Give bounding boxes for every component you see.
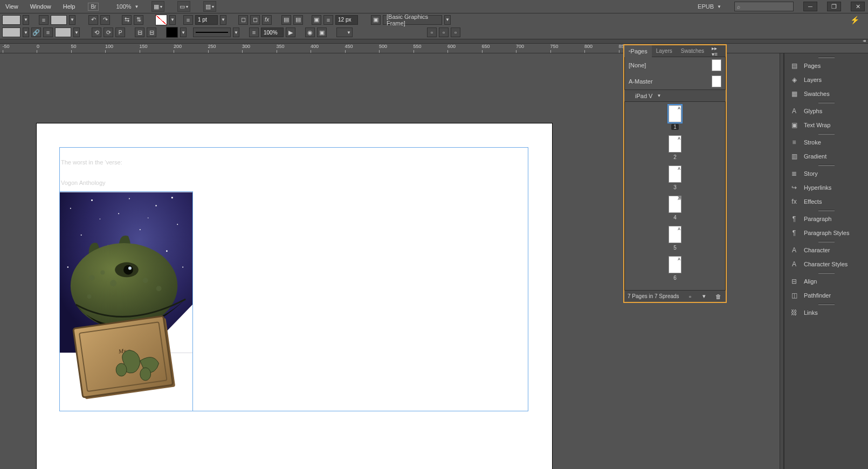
dropdown-icon[interactable]: ▼ xyxy=(69,15,75,25)
panel-strip[interactable] xyxy=(780,53,784,469)
bridge-button[interactable]: Br xyxy=(88,3,99,11)
placed-image-frame[interactable]: My Poetry xyxy=(59,191,193,411)
rotate-cw-icon[interactable]: ↷ xyxy=(100,15,110,25)
panel-button-paragraph[interactable]: ¶Paragraph xyxy=(784,212,868,226)
rotate-ccw-icon[interactable]: ↶ xyxy=(88,15,98,25)
tab-pages[interactable]: ◦ Pages xyxy=(624,45,652,57)
panel-button-character[interactable]: ACharacter xyxy=(784,243,868,257)
screen-mode-button[interactable]: ▭▼ xyxy=(177,1,190,12)
panel-button-hyperlinks[interactable]: ↪Hyperlinks xyxy=(784,181,868,195)
help-search[interactable]: ⌕ xyxy=(734,2,794,11)
field[interactable] xyxy=(51,15,67,25)
menu-view[interactable]: View xyxy=(3,2,20,11)
panel-button-glyphs[interactable]: AGlyphs xyxy=(784,104,868,118)
tab-swatches[interactable]: Swatches xyxy=(677,45,708,57)
select[interactable]: ▼ xyxy=(336,27,353,37)
ref-point-swatch[interactable] xyxy=(2,15,20,25)
dropdown-icon[interactable]: ▼ xyxy=(220,15,226,25)
menu-help[interactable]: Help xyxy=(61,2,78,11)
scale-input[interactable]: 100% xyxy=(261,27,284,37)
text-align-top-icon[interactable]: ▤ xyxy=(281,15,291,25)
panel-button-align[interactable]: ⊟Align xyxy=(784,274,868,288)
panel-button-stroke[interactable]: ≡Stroke xyxy=(784,135,868,149)
dropdown-icon[interactable]: ▼ xyxy=(169,15,176,25)
small-icon[interactable]: ▫ xyxy=(439,27,449,37)
dropdown-icon[interactable]: ▼ xyxy=(73,27,80,37)
panel-button-links[interactable]: ⛓Links xyxy=(784,306,868,320)
corner-icon[interactable]: ◻ xyxy=(238,15,248,25)
stroke-style-select[interactable] xyxy=(193,27,231,37)
flip-h-icon[interactable]: ⇆ xyxy=(122,15,132,25)
dropdown-icon[interactable]: ▼ xyxy=(444,15,451,25)
align-icon[interactable]: ≡ xyxy=(43,27,53,37)
page-thumbnail[interactable]: A1 xyxy=(624,105,726,130)
stroke-weight-stepper[interactable]: ≡ xyxy=(183,15,193,25)
panel-button-swatches[interactable]: ▦Swatches xyxy=(784,87,868,101)
minimize-button[interactable]: ─ xyxy=(803,2,817,11)
tab-layers[interactable]: Layers xyxy=(652,45,677,57)
close-button[interactable]: ✕ xyxy=(851,2,865,11)
page-thumbnail[interactable]: A2 xyxy=(624,135,726,160)
object-style-select[interactable]: [Basic Graphics Frame] xyxy=(383,15,442,25)
document-page[interactable]: The worst in the ‘verse: Vogon Anthology xyxy=(37,123,552,469)
dropdown-icon[interactable]: ▼ xyxy=(23,27,29,37)
distribute-icon[interactable]: ⊟ xyxy=(135,27,144,37)
panel-collapse-strip[interactable] xyxy=(0,39,868,44)
link-icon[interactable]: 🔗 xyxy=(31,27,41,37)
small-icon[interactable]: ▫ xyxy=(427,27,437,37)
page-thumbnail[interactable]: A4 xyxy=(624,196,726,220)
page-thumbnail[interactable]: A6 xyxy=(624,256,726,281)
p-icon[interactable]: P xyxy=(115,27,125,37)
rotate-90-ccw-icon[interactable]: ⟲ xyxy=(92,27,101,37)
field[interactable] xyxy=(55,27,71,37)
gap-stepper[interactable]: ≡ xyxy=(323,15,333,25)
master-none-row[interactable]: [None] xyxy=(624,57,726,73)
master-a-row[interactable]: A-Master xyxy=(624,73,726,89)
panel-button-layers[interactable]: ◈Layers xyxy=(784,73,868,87)
panel-button-text-wrap[interactable]: ▣Text Wrap xyxy=(784,118,868,132)
dropdown-icon[interactable]: ▼ xyxy=(180,27,187,37)
view-options-button[interactable]: ▦▼ xyxy=(151,1,164,12)
small-icon[interactable]: ▫ xyxy=(451,27,460,37)
workspace-switcher[interactable]: EPUB ▼ xyxy=(698,3,721,10)
frame-icon[interactable]: ▣ xyxy=(371,15,381,25)
scale-stepper[interactable]: ≡ xyxy=(249,27,259,37)
panel-button-character-styles[interactable]: ACharacter Styles xyxy=(784,257,868,271)
text-align-center-icon[interactable]: ▤ xyxy=(293,15,303,25)
delete-page-button[interactable]: 🗑 xyxy=(714,292,722,301)
panel-button-pathfinder[interactable]: ◫Pathfinder xyxy=(784,288,868,302)
page-thumbnail[interactable]: A3 xyxy=(624,165,726,190)
new-page-button[interactable]: ▾ xyxy=(700,292,708,301)
crop-icon[interactable]: ▣ xyxy=(312,15,321,25)
play-icon[interactable]: ▶ xyxy=(286,27,295,37)
zoom-level[interactable]: 100% ▼ xyxy=(116,3,139,10)
collapse-panel-icon[interactable]: ▸▸ ▾≡ xyxy=(708,45,726,57)
panel-button-gradient[interactable]: ▥Gradient xyxy=(784,149,868,163)
gap-input[interactable]: 12 px xyxy=(335,15,358,25)
restore-button[interactable]: ❐ xyxy=(827,2,841,11)
panel-button-paragraph-styles[interactable]: ¶Paragraph Styles xyxy=(784,226,868,240)
fx-icon[interactable]: fx xyxy=(262,15,272,25)
distribute-icon[interactable]: ⊟ xyxy=(147,27,156,37)
panel-button-story[interactable]: ≣Story xyxy=(784,167,868,181)
fill-none-icon[interactable] xyxy=(155,15,167,25)
corner-icon[interactable]: ◻ xyxy=(250,15,260,25)
panel-button-effects[interactable]: fxEffects xyxy=(784,195,868,209)
alternate-layout-select[interactable]: iPad V ▼ xyxy=(624,90,726,102)
arrange-button[interactable]: ▥▼ xyxy=(203,1,216,12)
field[interactable] xyxy=(2,27,20,37)
dropdown-icon[interactable]: ▼ xyxy=(233,27,239,37)
fit-content-icon[interactable]: ◉ xyxy=(305,27,315,37)
edit-page-size-button[interactable]: ▫ xyxy=(686,292,694,301)
dropdown-icon[interactable]: ▼ xyxy=(23,15,29,25)
page-thumbnail[interactable]: A5 xyxy=(624,226,726,251)
stroke-weight-input[interactable]: 1 pt xyxy=(195,15,218,25)
stroke-black-icon[interactable] xyxy=(166,27,178,38)
rotate-90-cw-icon[interactable]: ⟳ xyxy=(104,27,113,37)
fit-frame-icon[interactable]: ▣ xyxy=(317,27,327,37)
align-left-text-icon[interactable]: ≡ xyxy=(39,15,49,25)
menu-window[interactable]: Window xyxy=(28,2,53,11)
panel-button-pages[interactable]: ▤Pages xyxy=(784,59,868,73)
flip-v-icon[interactable]: ⇅ xyxy=(134,15,143,25)
gpu-icon[interactable]: ⚡ xyxy=(849,15,860,25)
